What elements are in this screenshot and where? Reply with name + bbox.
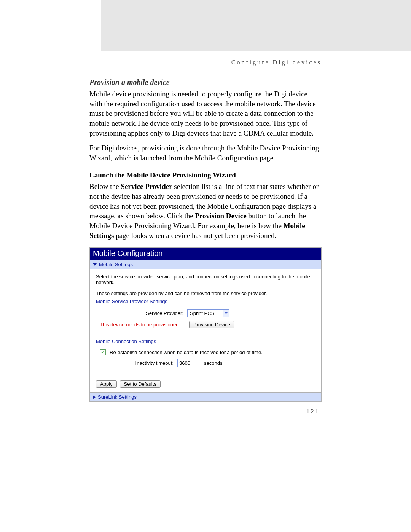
- intro-text-2: These settings are provided by and can b…: [96, 291, 315, 296]
- section-label: Mobile Settings: [99, 262, 133, 267]
- page-number: 121: [307, 408, 320, 415]
- service-provider-label: Service Provider:: [100, 310, 183, 316]
- mobile-configuration-panel: Mobile Configuration Mobile Settings Sel…: [89, 247, 322, 402]
- section-surelink-settings[interactable]: SureLink Settings: [90, 392, 321, 401]
- reestablish-checkbox[interactable]: ✓: [100, 349, 106, 355]
- subheading-launch-wizard: Launch the Mobile Device Provisioning Wi…: [89, 171, 322, 179]
- inactivity-timeout-input[interactable]: [177, 359, 200, 367]
- dropdown-button[interactable]: [223, 310, 229, 317]
- section-label: SureLink Settings: [98, 394, 137, 400]
- check-icon: ✓: [101, 350, 105, 355]
- header-band: [101, 0, 411, 51]
- section-mobile-settings[interactable]: Mobile Settings: [90, 260, 321, 269]
- body-paragraph-2: For Digi devices, provisioning is done t…: [89, 143, 322, 163]
- section-title: Provision a mobile device: [89, 78, 322, 87]
- chevron-down-icon: [225, 312, 228, 314]
- service-provider-value[interactable]: [188, 310, 223, 317]
- mobile-settings-body: Select the service provider, service pla…: [90, 269, 321, 392]
- body-paragraph-3: Below the Service Provider selection lis…: [89, 182, 322, 240]
- seconds-label: seconds: [204, 360, 222, 366]
- chevron-right-icon: [93, 395, 96, 399]
- service-provider-select[interactable]: [187, 309, 229, 317]
- fieldset-service-provider: Mobile Service Provider Settings Service…: [96, 302, 315, 336]
- fieldset-connection-settings: Mobile Connection Settings ✓ Re-establis…: [96, 342, 315, 375]
- fieldset-legend-provider: Mobile Service Provider Settings: [96, 299, 169, 304]
- provision-warning: This device needs to be provisioned:: [100, 322, 180, 328]
- inactivity-label: Inactivity timeout:: [109, 360, 174, 366]
- intro-text-1: Select the service provider, service pla…: [96, 274, 315, 285]
- provision-device-button[interactable]: Provision Device: [189, 321, 234, 328]
- fieldset-legend-connection: Mobile Connection Settings: [96, 339, 158, 344]
- panel-title: Mobile Configuration: [90, 248, 321, 260]
- running-head: Configure Digi devices: [231, 59, 322, 66]
- reestablish-label: Re-establish connection when no data is …: [110, 350, 263, 355]
- body-paragraph-1: Mobile device provisioning is needed to …: [89, 89, 322, 138]
- chevron-down-icon: [93, 263, 97, 266]
- apply-button[interactable]: Apply: [96, 380, 117, 388]
- set-defaults-button[interactable]: Set to Defaults: [120, 380, 161, 388]
